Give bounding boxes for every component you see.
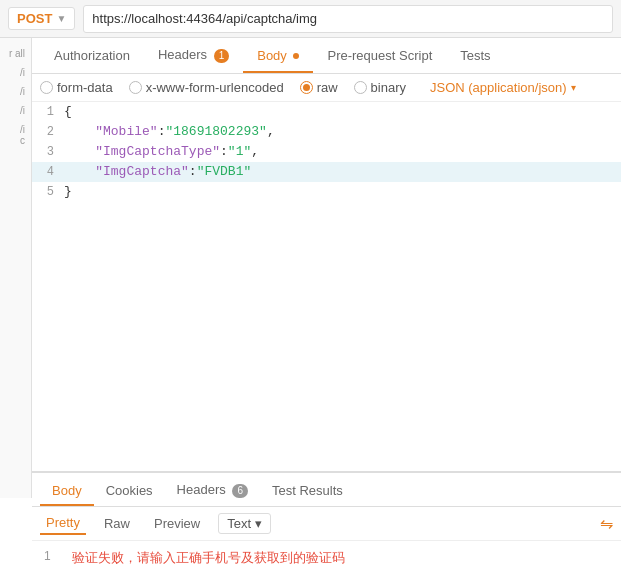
line-content: "ImgCaptchaType":"1", [64,142,621,162]
resp-opt-preview[interactable]: Preview [148,513,206,534]
line-content: } [64,182,621,202]
format-chevron: ▾ [571,82,576,93]
resp-opt-pretty[interactable]: Pretty [40,512,86,535]
radio-form-data[interactable] [40,81,53,94]
response-options-bar: Pretty Raw Preview Text ▾ ⇋ [32,507,621,541]
line-number: 2 [32,122,64,142]
request-tab-bar: Authorization Headers 1 Body Pre-request… [32,38,621,74]
response-format-select[interactable]: Text ▾ [218,513,271,534]
left-strip-items: r all /i /i /i /ic [0,38,31,156]
left-strip-item-5[interactable]: /ic [4,122,27,148]
tab-headers[interactable]: Headers 1 [144,39,243,73]
option-urlencoded[interactable]: x-www-form-urlencoded [129,80,284,95]
line-number: 4 [32,162,64,182]
response-line-text: 验证失败，请输入正确手机号及获取到的验证码 [72,549,345,567]
left-strip-item-3[interactable]: /i [4,84,27,99]
response-tab-cookies[interactable]: Cookies [94,477,165,506]
top-bar: POST ▼ [0,0,621,38]
line-content: { [64,102,621,122]
line-content: "ImgCaptcha":"FVDB1" [64,162,621,182]
tab-tests[interactable]: Tests [446,40,504,73]
code-line-1: 1{ [32,102,621,122]
headers-badge: 1 [214,49,230,63]
method-select[interactable]: POST ▼ [8,7,75,30]
code-line-2: 2 "Mobile":"18691802293", [32,122,621,142]
option-raw[interactable]: raw [300,80,338,95]
option-form-data[interactable]: form-data [40,80,113,95]
response-tab-bar: Body Cookies Headers 6 Test Results [32,473,621,507]
line-number: 5 [32,182,64,202]
left-strip-item-2[interactable]: /i [4,65,27,80]
left-sidebar: r all /i /i /i /ic [0,38,32,498]
code-lines: 1{2 "Mobile":"18691802293",3 "ImgCaptcha… [32,102,621,471]
body-dot [293,53,299,59]
tab-body[interactable]: Body [243,40,313,73]
code-editor[interactable]: 1{2 "Mobile":"18691802293",3 "ImgCaptcha… [32,102,621,471]
radio-binary[interactable] [354,81,367,94]
main-content: Authorization Headers 1 Body Pre-request… [32,38,621,575]
response-tab-headers[interactable]: Headers 6 [165,476,260,506]
response-body: 1 验证失败，请输入正确手机号及获取到的验证码 [32,541,621,575]
left-strip-item-1[interactable]: r all [4,46,27,61]
line-number: 3 [32,142,64,162]
response-format-chevron: ▾ [255,516,262,531]
left-strip-item-4[interactable]: /i [4,103,27,118]
wrap-icon[interactable]: ⇋ [600,514,613,533]
option-binary[interactable]: binary [354,80,406,95]
format-label: JSON (application/json) [430,80,567,95]
radio-raw[interactable] [300,81,313,94]
tab-pre-request-script[interactable]: Pre-request Script [313,40,446,73]
url-input[interactable] [83,5,613,33]
method-label: POST [17,11,52,26]
response-headers-badge: 6 [232,484,248,498]
resp-opt-raw[interactable]: Raw [98,513,136,534]
response-tab-test-results[interactable]: Test Results [260,477,355,506]
line-content: "Mobile":"18691802293", [64,122,621,142]
method-chevron: ▼ [56,13,66,24]
tab-authorization[interactable]: Authorization [40,40,144,73]
code-line-5: 5} [32,182,621,202]
line-number: 1 [32,102,64,122]
response-format-label: Text [227,516,251,531]
response-line-number: 1 [44,549,64,563]
code-line-3: 3 "ImgCaptchaType":"1", [32,142,621,162]
response-section: Body Cookies Headers 6 Test Results Pret… [32,471,621,575]
response-tab-body[interactable]: Body [40,477,94,506]
code-line-4: 4 "ImgCaptcha":"FVDB1" [32,162,621,182]
format-select[interactable]: JSON (application/json) ▾ [430,80,576,95]
body-options-bar: form-data x-www-form-urlencoded raw bina… [32,74,621,102]
radio-urlencoded[interactable] [129,81,142,94]
